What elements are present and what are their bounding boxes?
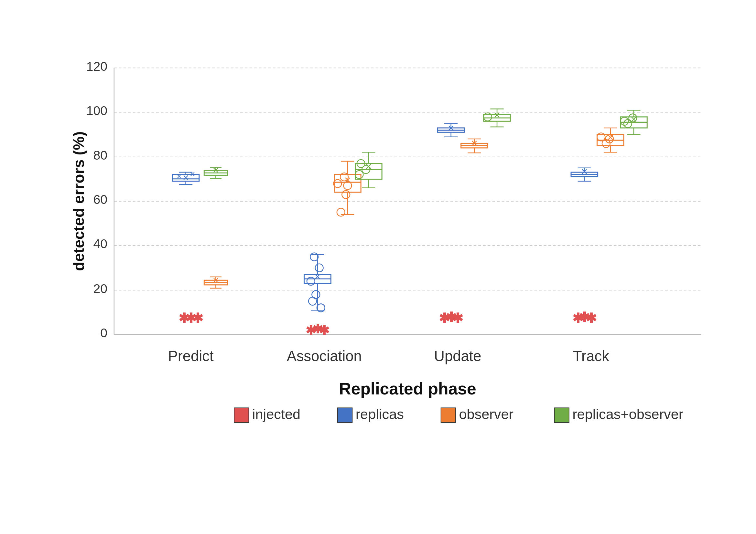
svg-text:20: 20 [94,281,108,295]
svg-text:✱: ✱ [452,311,463,326]
svg-rect-146 [554,408,569,422]
chart-svg: 120 100 80 60 40 20 0 Predict Associatio… [74,44,708,445]
svg-text:×: × [213,274,219,286]
svg-text:40: 40 [94,237,108,251]
svg-text:Update: Update [434,348,481,365]
svg-text:✱: ✱ [319,323,330,337]
svg-text:detected errors (%): detected errors (%) [70,131,87,271]
svg-text:×: × [607,131,614,143]
svg-text:Predict: Predict [168,348,214,365]
svg-rect-140 [234,408,249,422]
svg-text:×: × [494,109,500,121]
svg-text:replicas: replicas [356,406,404,421]
svg-text:×: × [314,270,321,283]
svg-text:injected: injected [252,406,300,421]
svg-text:60: 60 [94,192,108,206]
svg-text:replicas+observer: replicas+observer [572,406,683,421]
svg-text:Track: Track [573,348,609,365]
svg-text:✱: ✱ [192,311,203,326]
svg-rect-144 [441,408,456,422]
svg-text:0: 0 [100,326,107,340]
svg-text:×: × [344,173,351,186]
svg-text:×: × [447,121,454,134]
svg-text:80: 80 [94,148,108,162]
svg-text:×: × [631,113,637,125]
svg-point-54 [317,304,325,312]
svg-point-50 [310,253,318,261]
svg-point-65 [334,179,342,187]
svg-point-55 [309,297,316,305]
svg-text:×: × [176,171,182,181]
svg-text:×: × [183,171,189,184]
chart-container: 120 100 80 60 40 20 0 Predict Associatio… [22,25,734,509]
svg-rect-142 [338,408,352,422]
svg-text:×: × [365,160,372,172]
svg-text:100: 100 [86,103,107,117]
svg-text:Association: Association [287,348,362,365]
svg-text:120: 120 [86,59,107,73]
svg-text:observer: observer [459,406,513,421]
svg-text:×: × [213,164,219,176]
svg-text:✱: ✱ [585,311,597,326]
chart-area: 120 100 80 60 40 20 0 Predict Associatio… [74,44,708,445]
svg-point-63 [337,208,345,216]
svg-text:Replicated phase: Replicated phase [339,379,476,398]
svg-text:×: × [190,169,195,179]
svg-text:×: × [471,136,477,149]
svg-text:×: × [581,165,587,178]
